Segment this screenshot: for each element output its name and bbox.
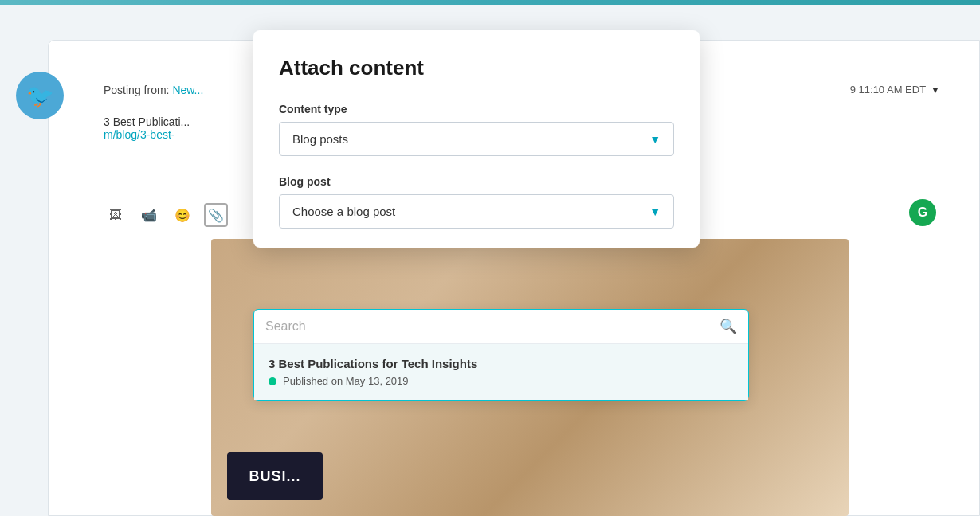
content-type-chevron-icon: ▼ (649, 133, 661, 146)
posting-from-value: New... (172, 84, 203, 96)
search-result-status: Published on May 13, 2019 (283, 375, 409, 387)
post-image-overlay: BUSI... (227, 452, 323, 500)
date-area: 9 11:10 AM EDT ▼ (850, 84, 940, 96)
grammarly-label: G (918, 205, 927, 220)
content-type-label: Content type (279, 103, 674, 115)
search-result-title: 3 Best Publications for Tech Insights (269, 357, 734, 370)
post-image-text: BUSI... (249, 468, 300, 485)
attach-content-modal: Attach content Content type Blog posts ▼… (253, 30, 700, 248)
grammarly-icon: G (909, 199, 936, 226)
search-result-meta: Published on May 13, 2019 (269, 375, 734, 387)
search-panel: 🔍 3 Best Publications for Tech Insights … (253, 309, 749, 401)
blog-post-chevron-icon: ▼ (649, 205, 661, 218)
search-input[interactable] (265, 319, 719, 334)
image-icon[interactable]: 🖼 (104, 203, 127, 227)
video-icon[interactable]: 📹 (137, 203, 161, 227)
post-link[interactable]: m/blog/3-best- (104, 128, 174, 141)
search-button[interactable]: 🔍 (719, 318, 737, 335)
content-type-dropdown[interactable]: Blog posts ▼ (279, 122, 674, 156)
date-value: 9 11:10 AM EDT (850, 84, 926, 96)
post-toolbar: 🖼 📹 😊 📎 (104, 203, 228, 227)
emoji-icon[interactable]: 😊 (171, 203, 194, 227)
date-chevron-icon[interactable]: ▼ (931, 84, 940, 96)
posting-from-label: Posting from: (104, 84, 169, 96)
published-dot-icon (269, 377, 276, 385)
blog-post-label: Blog post (279, 175, 674, 188)
search-input-wrapper: 🔍 (254, 310, 748, 344)
twitter-avatar: 🐦 (16, 72, 64, 119)
post-title-area: 3 Best Publicati... m/blog/3-best- (104, 115, 190, 141)
modal-title: Attach content (279, 56, 674, 80)
attach-icon[interactable]: 📎 (204, 203, 228, 227)
posting-from-area: Posting from: New... (104, 84, 203, 96)
content-type-value: Blog posts (292, 132, 348, 146)
twitter-icon: 🐦 (26, 83, 54, 109)
blog-post-placeholder: Choose a blog post (292, 205, 395, 218)
post-title: 3 Best Publicati... (104, 115, 190, 128)
blog-post-dropdown[interactable]: Choose a blog post ▼ (279, 194, 674, 229)
search-result-item[interactable]: 3 Best Publications for Tech Insights Pu… (254, 344, 748, 400)
top-bar (0, 0, 980, 5)
